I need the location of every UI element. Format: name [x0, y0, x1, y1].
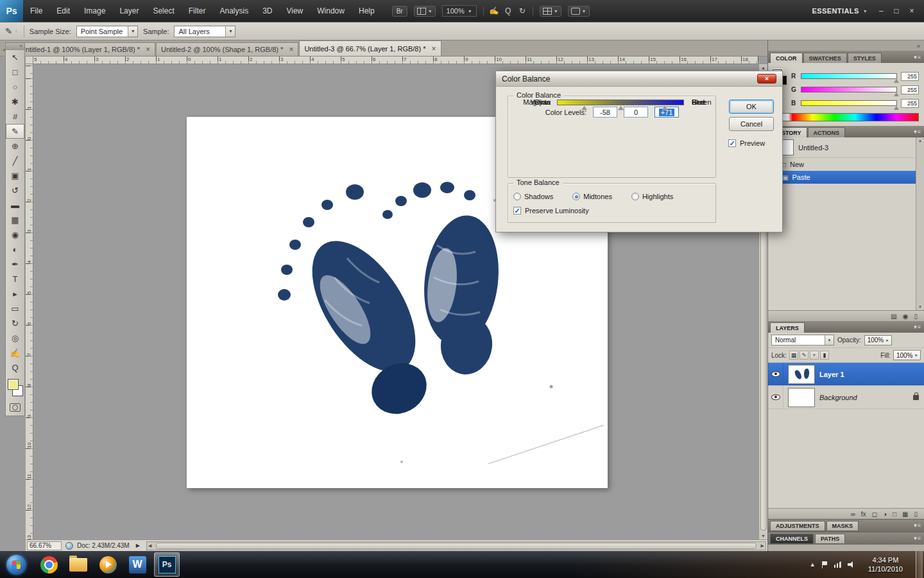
tool-3d-orbit[interactable]: ◎	[6, 331, 24, 346]
lock-lock-all[interactable]: ▮	[820, 351, 829, 360]
tool-healing-brush[interactable]: ⊕	[6, 139, 24, 153]
dock-collapse-icon[interactable]: »	[916, 42, 920, 49]
scrubby-arrow-icon[interactable]: ▸	[886, 338, 889, 343]
channel-slider-thumb[interactable]	[894, 79, 899, 83]
panel-tab-color[interactable]: COLOR	[770, 53, 803, 63]
taskbar-clock[interactable]: 4:34 PM 11/10/2010	[868, 556, 903, 574]
close-button[interactable]: ×	[905, 5, 919, 17]
dialog-titlebar[interactable]: Color Balance ×	[496, 71, 782, 87]
tool-lasso[interactable]: ○	[6, 80, 24, 94]
balance-slider-track[interactable]	[557, 100, 684, 105]
zoom-level-control[interactable]: 100%▼	[442, 5, 477, 17]
level-input-magenta-green-value[interactable]: 0	[624, 107, 648, 118]
channel-slider[interactable]	[801, 73, 897, 79]
history-snapshot[interactable]: Untitled-3	[768, 137, 924, 158]
launch-bridge-button[interactable]: Br	[392, 6, 407, 17]
history-scrollbar[interactable]: ▲ ▼	[916, 137, 924, 310]
tool-hand[interactable]: ✍	[6, 346, 24, 360]
lock-lock-transparency[interactable]: ▦	[789, 351, 798, 360]
tone-radio-highlights[interactable]: Highlights	[631, 193, 673, 200]
taskbar-chrome[interactable]	[36, 552, 62, 577]
scroll-left-icon[interactable]: ◀	[148, 543, 151, 548]
visibility-toggle[interactable]	[768, 386, 783, 408]
horizontal-ruler[interactable]: 543210123456789101112131415161718	[33, 57, 758, 64]
layer-thumbnail[interactable]	[788, 388, 815, 407]
tab-close-icon[interactable]: ×	[146, 46, 150, 53]
tool-pen[interactable]: ✒	[6, 257, 24, 272]
channel-value-field[interactable]: 255	[901, 85, 919, 94]
tool-crop[interactable]: #	[6, 109, 24, 124]
tool-clone-stamp[interactable]: ▣	[6, 168, 24, 183]
tool-history-brush[interactable]: ↺	[6, 183, 24, 198]
tool-quick-selection[interactable]: ✱	[6, 94, 24, 109]
tab-close-icon[interactable]: ×	[289, 46, 293, 53]
preserve-luminosity-checkbox[interactable]: ✓ Preserve Luminosity	[513, 207, 589, 215]
level-input-cyan-red-value[interactable]: -58	[593, 107, 617, 118]
tab-close-icon[interactable]: ×	[431, 46, 436, 52]
panel-menu-icon[interactable]: ▼≡	[912, 324, 924, 330]
channel-slider-thumb[interactable]	[894, 106, 899, 110]
taskbar-word[interactable]: W	[124, 552, 150, 577]
menu[interactable]: Select	[146, 0, 181, 22]
menu[interactable]: View	[279, 0, 310, 22]
panel-tab-channels[interactable]: CHANNELS	[770, 534, 814, 544]
tool-brush[interactable]: ╱	[6, 153, 24, 168]
history-action-delete-state[interactable]: ▯	[914, 313, 918, 320]
taskbar-photoshop[interactable]: Ps	[154, 552, 180, 577]
layers-action-new-layer[interactable]: ▦	[902, 511, 908, 518]
scroll-right-icon[interactable]: ▶	[761, 543, 764, 548]
action-center-icon[interactable]	[822, 561, 828, 568]
history-action-new-doc-from-state[interactable]: ▤	[891, 313, 896, 320]
scroll-down-icon[interactable]: ▼	[918, 305, 922, 309]
quick-mask-icon[interactable]	[10, 403, 21, 412]
arrange-documents-button[interactable]: ▼	[540, 6, 561, 17]
history-step-paste[interactable]: ▣ Paste	[768, 171, 924, 184]
hand-tool-icon[interactable]: ✍	[488, 6, 501, 15]
tone-radio-midtones[interactable]: Midtones	[572, 193, 612, 200]
tool-type[interactable]: T	[6, 272, 24, 286]
channel-value-field[interactable]: 255	[901, 72, 919, 81]
panel-tab-adjustments[interactable]: ADJUSTMENTS	[770, 521, 825, 531]
panel-menu-icon[interactable]: ▼≡	[912, 129, 924, 135]
menu[interactable]: Edit	[49, 0, 77, 22]
tool-shape[interactable]: ▭	[6, 301, 24, 316]
photoshop-logo-icon[interactable]: Ps	[0, 0, 23, 22]
color-spectrum-bar[interactable]	[773, 113, 919, 121]
sample-dropdown[interactable]: All Layers ▼	[174, 26, 235, 37]
network-icon[interactable]	[834, 561, 841, 568]
layers-action-add-mask[interactable]: ◻	[872, 511, 877, 518]
foreground-color-swatch[interactable]	[8, 379, 19, 390]
panel-menu-icon[interactable]: ▼≡	[912, 55, 924, 60]
minimize-button[interactable]: –	[874, 5, 888, 17]
zoom-tool-icon[interactable]: Q	[502, 6, 515, 15]
tool-dodge[interactable]: ◐	[6, 242, 24, 257]
channel-slider[interactable]	[801, 100, 897, 106]
tool-preset-picker[interactable]: ✎ ▼	[5, 25, 24, 38]
horizontal-scroll-thumb[interactable]	[156, 543, 757, 549]
tone-radio-shadows[interactable]: Shadows	[513, 193, 553, 200]
horizontal-scrollbar[interactable]: ◀ ▶	[146, 541, 766, 550]
tool-path-selection[interactable]: ▸	[6, 286, 24, 301]
ruler-origin[interactable]	[26, 57, 33, 64]
menu[interactable]: File	[23, 0, 49, 22]
history-step-new[interactable]: □ New	[768, 158, 924, 171]
channel-slider[interactable]	[801, 87, 897, 92]
layers-action-link-layers[interactable]: ∞	[851, 511, 855, 518]
dialog-close-icon[interactable]: ×	[757, 74, 776, 83]
panel-tab-paths[interactable]: PATHS	[815, 534, 845, 544]
status-zoom-field[interactable]: 66.67%	[27, 541, 62, 550]
screen-mode-button[interactable]: ▼	[568, 6, 590, 17]
lock-lock-position[interactable]: +	[810, 351, 819, 360]
taskbar-explorer[interactable]	[65, 552, 91, 577]
channel-slider-thumb[interactable]	[894, 92, 899, 96]
panel-tab-layers[interactable]: LAYERS	[770, 322, 805, 333]
layers-action-adjustment-layer[interactable]: ◑	[883, 511, 887, 518]
menu[interactable]: Analysis	[212, 0, 255, 22]
layer-thumbnail[interactable]	[788, 365, 815, 384]
scroll-down-icon[interactable]: ▼	[761, 534, 766, 538]
layer-row-layer-1[interactable]: Layer 1	[768, 363, 924, 386]
panel-tab-masks[interactable]: MASKS	[826, 521, 859, 531]
workspace-switcher[interactable]: ESSENTIALS▼	[806, 7, 874, 15]
document-tab-untitled-2[interactable]: Untitled-2 @ 100% (Shape 1, RGB/8) * ×	[156, 42, 298, 56]
panel-tab-styles[interactable]: STYLES	[848, 53, 882, 63]
